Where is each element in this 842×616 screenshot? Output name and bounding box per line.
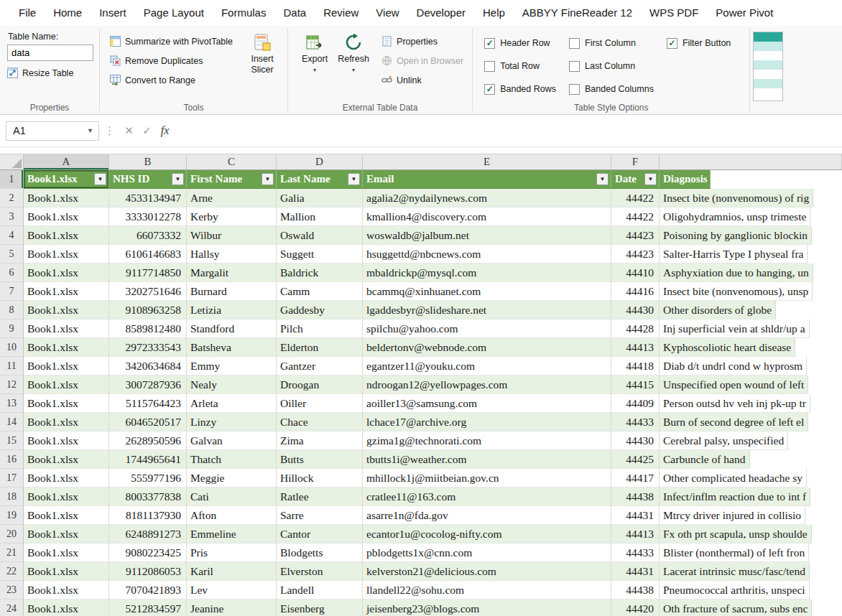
cell[interactable]: Mtrcy driver injured in collisio	[660, 506, 805, 525]
cell[interactable]: Blister (nonthermal) of left fron	[660, 543, 809, 562]
row-number-18[interactable]: 18	[0, 487, 24, 506]
cell[interactable]: Insect bite (nonvenomous), unsp	[660, 282, 813, 301]
cell[interactable]: Cantor	[277, 525, 363, 543]
cell[interactable]: Unspecified open wound of left	[660, 375, 808, 394]
menu-tab-developer[interactable]: Developer	[408, 0, 474, 26]
cell[interactable]: Cerebral palsy, unspecified	[660, 431, 788, 450]
cell[interactable]: 44417	[611, 469, 660, 487]
cell[interactable]: Book1.xlsx	[24, 357, 109, 375]
menu-tab-help[interactable]: Help	[474, 0, 514, 26]
cell[interactable]: kmallion4@discovery.com	[363, 207, 611, 226]
cell[interactable]: Book1.xlsx	[24, 450, 109, 469]
row-number-14[interactable]: 14	[0, 413, 24, 431]
cell[interactable]: Baldrick	[277, 263, 363, 282]
cell[interactable]: Burn of second degree of left el	[660, 413, 808, 431]
export-button[interactable]: Export ▾	[295, 30, 334, 101]
column-header-f[interactable]: F	[611, 154, 660, 169]
cell[interactable]: 44433	[611, 543, 660, 562]
row-number-13[interactable]: 13	[0, 394, 24, 413]
cell[interactable]: Burnard	[187, 282, 277, 301]
cell[interactable]: Oswald	[277, 226, 363, 245]
cell[interactable]: Kerby	[187, 207, 277, 226]
table-name-input[interactable]	[7, 45, 93, 61]
row-number-17[interactable]: 17	[0, 469, 24, 487]
cell[interactable]: woswaldb@jalbum.net	[363, 226, 611, 245]
cell[interactable]: 44438	[611, 487, 660, 506]
header-cell-date[interactable]: Date▼	[611, 170, 660, 189]
convert-to-range-button[interactable]: Convert to Range	[107, 70, 236, 90]
row-number-1[interactable]: 1	[0, 170, 24, 189]
cell[interactable]: Cati	[187, 487, 277, 506]
checkbox-filter-button[interactable]: ✓Filter Button	[667, 34, 731, 52]
cell[interactable]: Gantzer	[277, 357, 363, 375]
cell[interactable]: Book1.xlsx	[24, 226, 109, 245]
cell[interactable]: 9080223425	[109, 543, 187, 562]
cell[interactable]: Inj superficial vein at shldr/up a	[660, 319, 810, 338]
cell[interactable]: Thatch	[187, 450, 277, 469]
column-header-b[interactable]: B	[109, 154, 187, 169]
cell[interactable]: Droogan	[277, 375, 363, 394]
cell[interactable]: 8003377838	[109, 487, 187, 506]
menu-tab-page-layout[interactable]: Page Layout	[135, 0, 213, 26]
cell[interactable]: Galvan	[187, 431, 277, 450]
row-number-12[interactable]: 12	[0, 375, 24, 394]
row-number-4[interactable]: 4	[0, 226, 24, 245]
cell[interactable]: Book1.xlsx	[24, 413, 109, 431]
cancel-entry-icon[interactable]: ✕	[120, 124, 138, 137]
cell[interactable]: Linzy	[187, 413, 277, 431]
cell[interactable]: Suggett	[277, 245, 363, 263]
cell[interactable]: 6106146683	[109, 245, 187, 263]
cell[interactable]: Infect/inflm reaction due to int f	[660, 487, 810, 506]
cell[interactable]: Book1.xlsx	[24, 543, 109, 562]
cell[interactable]: 9117714850	[109, 263, 187, 282]
menu-tab-review[interactable]: Review	[315, 0, 367, 26]
cell[interactable]: cratlee11@163.com	[363, 487, 611, 506]
cell[interactable]: lgaddesbyr@slideshare.net	[363, 301, 611, 319]
cell[interactable]: Zima	[277, 431, 363, 450]
name-box[interactable]: A1 ▼	[6, 121, 99, 141]
menu-tab-home[interactable]: Home	[45, 0, 91, 26]
cell[interactable]: 555977196	[109, 469, 187, 487]
menu-tab-file[interactable]: File	[10, 0, 45, 26]
menu-tab-abbyy-finereader-12[interactable]: ABBYY FineReader 12	[514, 0, 641, 26]
cell[interactable]: Book1.xlsx	[24, 338, 109, 357]
column-header-e[interactable]: E	[363, 154, 611, 169]
cell[interactable]: Emmeline	[187, 525, 277, 543]
formula-input[interactable]	[180, 121, 838, 141]
cell[interactable]: 44422	[611, 207, 660, 226]
cell[interactable]: 6046520517	[109, 413, 187, 431]
cell[interactable]: llandell22@sohu.com	[363, 581, 611, 599]
row-number-11[interactable]: 11	[0, 357, 24, 375]
insert-function-icon[interactable]: fx	[156, 124, 174, 137]
cell[interactable]: Book1.xlsx	[24, 301, 109, 319]
cell[interactable]: 44438	[611, 581, 660, 599]
menu-tab-data[interactable]: Data	[274, 0, 315, 26]
cell[interactable]: 44422	[611, 189, 660, 207]
row-number-15[interactable]: 15	[0, 431, 24, 450]
cell[interactable]: 44415	[611, 375, 660, 394]
cell[interactable]: Book1.xlsx	[24, 375, 109, 394]
row-number-8[interactable]: 8	[0, 301, 24, 319]
remove-duplicates-button[interactable]: Remove Duplicates	[107, 51, 236, 70]
cell[interactable]: Hillock	[277, 469, 363, 487]
row-number-22[interactable]: 22	[0, 562, 24, 581]
row-number-6[interactable]: 6	[0, 263, 24, 282]
cell[interactable]: 44431	[611, 562, 660, 581]
cell[interactable]: Book1.xlsx	[24, 282, 109, 301]
cell[interactable]: 9112086053	[109, 562, 187, 581]
cell[interactable]: Eisenberg	[277, 599, 363, 616]
cell[interactable]: Landell	[277, 581, 363, 599]
cell[interactable]: Salter-Harris Type I physeal fra	[660, 245, 808, 263]
cell[interactable]: 3202751646	[109, 282, 187, 301]
cell[interactable]: Fx oth prt scapula, unsp shoulde	[660, 525, 812, 543]
row-number-10[interactable]: 10	[0, 338, 24, 357]
cell[interactable]: Person outsd hv veh inj pk-up tr	[660, 394, 810, 413]
cell[interactable]: 44418	[611, 357, 660, 375]
cell[interactable]: Book1.xlsx	[24, 431, 109, 450]
cell[interactable]: Book1.xlsx	[24, 207, 109, 226]
cell[interactable]: Book1.xlsx	[24, 525, 109, 543]
cell[interactable]: lchace17@archive.org	[363, 413, 611, 431]
cell[interactable]: bcammq@xinhuanet.com	[363, 282, 611, 301]
cell[interactable]: Lacerat intrinsic musc/fasc/tend	[660, 562, 810, 581]
checkbox-header-row[interactable]: ✓Header Row	[484, 34, 556, 52]
